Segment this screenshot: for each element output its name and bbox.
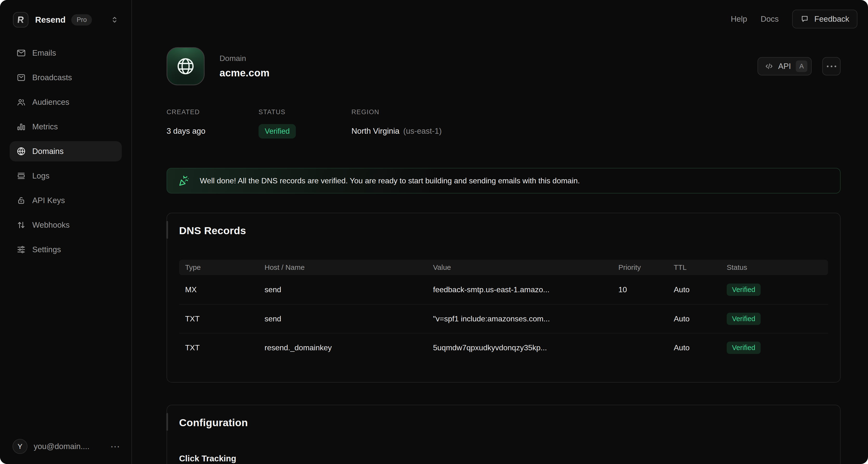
sidebar-item-api-keys[interactable]: API Keys (10, 190, 122, 210)
meta-label: STATUS (258, 108, 351, 116)
column-header-status: Status (727, 263, 822, 271)
meta-label: CREATED (166, 108, 258, 116)
cell-priority: 10 (618, 285, 674, 294)
sidebar-item-broadcasts[interactable]: Broadcasts (10, 67, 122, 88)
header-actions: API A (757, 57, 841, 76)
cell-status: Verified (727, 342, 822, 354)
sidebar-item-domains[interactable]: Domains (10, 141, 122, 162)
column-header-ttl: TTL (674, 263, 727, 271)
dns-records-title: DNS Records (179, 225, 828, 237)
cell-status: Verified (727, 313, 822, 325)
chevron-up-down-icon[interactable] (110, 15, 119, 25)
cell-value: feedback-smtp.us-east-1.amazo... (433, 285, 618, 294)
domain-titles: Domain acme.com (220, 54, 270, 79)
more-options-button[interactable] (822, 57, 841, 76)
status-badge: Verified (727, 284, 761, 296)
column-header-type: Type (185, 263, 265, 271)
table-row[interactable]: TXT send "v=spf1 include:amazonses.com..… (179, 304, 828, 333)
table-row[interactable]: TXT resend._domainkey 5uqmdw7qpxudkyvdon… (179, 333, 828, 362)
panel-accent-bar (166, 413, 168, 431)
domain-meta: CREATED 3 days ago STATUS Verified REGIO… (166, 108, 841, 139)
globe-icon (176, 56, 195, 76)
sidebar-item-audiences[interactable]: Audiences (10, 92, 122, 112)
region-code: (us-east-1) (403, 126, 442, 136)
globe-icon (17, 146, 26, 156)
domain-header: Domain acme.com API A (166, 47, 841, 85)
dns-table-header: Type Host / Name Value Priority TTL Stat… (179, 260, 828, 275)
sliders-icon (17, 245, 26, 254)
page-eyebrow: Domain (220, 54, 270, 63)
avatar-initial: Y (18, 442, 22, 451)
cell-status: Verified (727, 284, 822, 296)
cell-host: send (265, 285, 433, 294)
status-badge: Verified (258, 124, 296, 139)
mail-icon (17, 48, 26, 58)
configuration-panel: Configuration Click Tracking (166, 405, 841, 464)
dns-records-panel: DNS Records Type Host / Name Value Prior… (166, 213, 841, 383)
app-window: R Resend Pro Emails Broadcasts Audiences… (0, 0, 868, 464)
sidebar: R Resend Pro Emails Broadcasts Audiences… (0, 0, 132, 464)
arrows-up-down-icon (17, 220, 26, 230)
list-icon (17, 171, 26, 181)
sidebar-item-webhooks[interactable]: Webhooks (10, 215, 122, 235)
user-email: you@domain.... (34, 442, 90, 451)
help-link[interactable]: Help (731, 14, 747, 24)
cell-ttl: Auto (674, 285, 727, 294)
resend-logo: R (13, 12, 28, 27)
sidebar-item-label: Webhooks (32, 221, 69, 230)
sidebar-item-label: Emails (32, 49, 56, 58)
success-banner: Well done! All the DNS records are verif… (166, 168, 841, 194)
sidebar-item-label: Logs (32, 171, 50, 180)
docs-link[interactable]: Docs (761, 14, 779, 24)
api-button-label: API (778, 62, 791, 71)
feedback-button[interactable]: Feedback (792, 10, 858, 28)
cell-type: MX (185, 285, 265, 294)
sidebar-item-label: Audiences (32, 97, 69, 107)
ellipsis-icon (827, 65, 829, 67)
cell-value: "v=spf1 include:amazonses.com... (433, 314, 618, 323)
resend-logo-letter: R (17, 15, 25, 25)
workspace-switcher[interactable]: R Resend Pro (0, 0, 131, 27)
sidebar-item-settings[interactable]: Settings (10, 239, 122, 260)
cell-host: resend._domainkey (265, 343, 433, 352)
meta-created: CREATED 3 days ago (166, 108, 258, 139)
main-area: Help Docs Feedback Domain acme.com (132, 0, 868, 464)
chat-bubble-icon (800, 15, 809, 23)
cell-host: send (265, 314, 433, 323)
sidebar-item-label: Settings (32, 245, 61, 254)
sidebar-item-metrics[interactable]: Metrics (10, 117, 122, 137)
table-row[interactable]: MX send feedback-smtp.us-east-1.amazo...… (179, 275, 828, 304)
sidebar-item-label: Metrics (32, 122, 58, 131)
sidebar-item-label: Broadcasts (32, 73, 72, 82)
plan-badge: Pro (71, 14, 92, 26)
banner-text: Well done! All the DNS records are verif… (200, 176, 580, 185)
sidebar-item-label: Domains (32, 147, 64, 156)
cell-value: 5uqmdw7qpxudkyvdonqzy35kp... (433, 343, 618, 352)
keyboard-shortcut-badge: A (796, 60, 807, 72)
cell-ttl: Auto (674, 314, 727, 323)
sidebar-item-logs[interactable]: Logs (10, 166, 122, 186)
cell-type: TXT (185, 343, 265, 352)
page-title: acme.com (220, 67, 270, 79)
column-header-priority: Priority (618, 263, 674, 271)
status-badge: Verified (727, 342, 761, 354)
column-header-value: Value (433, 263, 618, 271)
user-menu[interactable]: Y you@domain.... ⋯ (12, 439, 121, 454)
meta-status: STATUS Verified (258, 108, 351, 139)
sidebar-item-label: API Keys (32, 196, 65, 205)
page-content: Domain acme.com API A CREATED (132, 47, 841, 464)
configuration-title: Configuration (179, 417, 828, 429)
sidebar-nav: Emails Broadcasts Audiences Metrics Doma… (0, 43, 131, 260)
meta-label: REGION (351, 108, 442, 116)
sidebar-item-emails[interactable]: Emails (10, 43, 122, 63)
ellipsis-icon[interactable]: ⋯ (110, 442, 121, 451)
api-button[interactable]: API A (757, 57, 812, 76)
status-badge: Verified (727, 313, 761, 325)
meta-value: 3 days ago (166, 124, 258, 138)
column-header-host: Host / Name (265, 263, 433, 271)
code-icon (765, 62, 773, 70)
meta-value: North Virginia (us-east-1) (351, 124, 442, 138)
region-name: North Virginia (351, 126, 399, 136)
meta-region: REGION North Virginia (us-east-1) (351, 108, 442, 139)
cell-ttl: Auto (674, 343, 727, 352)
